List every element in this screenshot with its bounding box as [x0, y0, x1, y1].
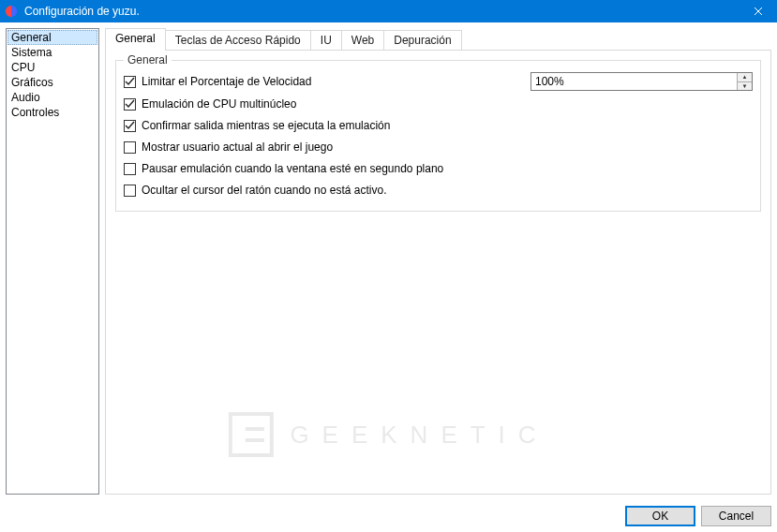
tab-general[interactable]: General [105, 28, 166, 51]
checkbox-label: Confirmar salida mientras se ejecuta la … [142, 119, 390, 132]
titlebar: Configuración de yuzu. [0, 0, 777, 22]
option-row: Emulación de CPU multinúcleo [124, 96, 753, 112]
option-row: Pausar emulación cuando la ventana esté … [124, 160, 753, 177]
general-groupbox: General Limitar el Porcentaje de Velocid… [115, 60, 761, 212]
sidebar-item-general[interactable]: General [7, 30, 97, 45]
tab-content: General Limitar el Porcentaje de Velocid… [105, 50, 771, 495]
spinner-up[interactable]: ▲ [738, 73, 752, 82]
window-title: Configuración de yuzu. [24, 5, 140, 18]
tab-depuración[interactable]: Depuración [383, 30, 461, 50]
sidebar-item-controles[interactable]: Controles [7, 105, 97, 120]
cancel-button[interactable]: Cancel [701, 506, 771, 526]
sidebar-item-sistema[interactable]: Sistema [7, 45, 97, 60]
checkbox-label: Limitar el Porcentaje de Velocidad [142, 75, 311, 88]
speed-spinbox[interactable]: 100%▲▼ [530, 72, 753, 91]
close-button[interactable] [740, 0, 777, 22]
ok-button[interactable]: OK [625, 506, 695, 526]
spinner: ▲▼ [737, 73, 752, 90]
sidebar-item-gráficos[interactable]: Gráficos [7, 75, 97, 90]
checkbox[interactable] [124, 120, 136, 132]
main-panel: GeneralTeclas de Acceso RápidoIUWebDepur… [105, 28, 771, 495]
checkbox-label: Mostrar usuario actual al abrir el juego [142, 140, 333, 154]
tab-iu[interactable]: IU [310, 30, 342, 50]
speed-value: 100% [531, 75, 737, 88]
app-icon [4, 4, 19, 19]
option-row: Mostrar usuario actual al abrir el juego [124, 139, 753, 155]
checkbox[interactable] [124, 185, 136, 197]
groupbox-title: General [124, 53, 172, 66]
sidebar-item-audio[interactable]: Audio [7, 90, 97, 105]
tab-web[interactable]: Web [341, 30, 384, 50]
checkbox[interactable] [124, 141, 136, 154]
option-row: Ocultar el cursor del ratón cuando no es… [124, 182, 753, 199]
checkbox-label: Pausar emulación cuando la ventana esté … [142, 162, 443, 175]
spinner-down[interactable]: ▼ [738, 82, 752, 91]
sidebar: GeneralSistemaCPUGráficosAudioControles [6, 28, 99, 495]
option-row: Limitar el Porcentaje de Velocidad100%▲▼ [124, 72, 753, 91]
checkbox[interactable] [124, 163, 136, 175]
option-row: Confirmar salida mientras se ejecuta la … [124, 117, 753, 134]
tab-teclas-de-acceso-rápido[interactable]: Teclas de Acceso Rápido [165, 30, 311, 50]
checkbox[interactable] [124, 76, 136, 88]
checkbox[interactable] [124, 98, 136, 111]
checkbox-label: Emulación de CPU multinúcleo [142, 97, 296, 111]
sidebar-item-cpu[interactable]: CPU [7, 60, 97, 75]
checkbox-label: Ocultar el cursor del ratón cuando no es… [142, 184, 386, 197]
tabstrip: GeneralTeclas de Acceso RápidoIUWebDepur… [105, 28, 771, 50]
close-icon [754, 7, 763, 16]
dialog-footer: OK Cancel [0, 500, 777, 532]
content-area: GeneralSistemaCPUGráficosAudioControles … [0, 22, 777, 500]
